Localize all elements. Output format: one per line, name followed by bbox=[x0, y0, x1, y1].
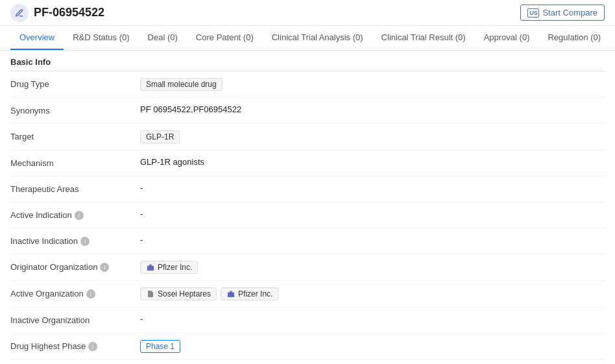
drug-icon bbox=[10, 4, 29, 22]
info-row: TargetGLP-1R bbox=[10, 124, 605, 151]
field-label: Drug Type bbox=[10, 78, 140, 89]
field-label: Target bbox=[10, 130, 140, 141]
field-value: Small molecule drug bbox=[140, 78, 605, 91]
tab-r&d-status[interactable]: R&D Status (0) bbox=[64, 26, 138, 50]
document-icon bbox=[146, 289, 155, 298]
field-value: Sosei HeptaresPfizer Inc. bbox=[140, 287, 605, 300]
field-value: PF 06954522,PF06954522 bbox=[140, 104, 605, 114]
page-header: PF-06954522 US Start Compare bbox=[0, 0, 615, 26]
info-row: MechanismGLP-1R agonists bbox=[10, 151, 605, 176]
field-label: Inactive Organization bbox=[10, 314, 140, 325]
org-tag: Pfizer Inc. bbox=[221, 287, 278, 300]
field-label: Synonyms bbox=[10, 104, 140, 115]
tab-overview[interactable]: Overview bbox=[10, 26, 64, 50]
value-tag: Small molecule drug bbox=[140, 78, 223, 91]
field-label: Drug Highest Phasei bbox=[10, 340, 140, 351]
org-name: Pfizer Inc. bbox=[238, 289, 272, 298]
org-tag: Sosei Heptares bbox=[140, 287, 217, 300]
field-value: - bbox=[140, 314, 605, 324]
drug-id: PF-06954522 bbox=[34, 6, 104, 19]
phase-tag: Phase 1 bbox=[140, 340, 180, 353]
field-label: Active Organizationi bbox=[10, 287, 140, 298]
field-label: Originator Organizationi bbox=[10, 261, 140, 272]
field-label: Therapeutic Areas bbox=[10, 183, 140, 194]
field-value: Phase 1 bbox=[140, 340, 605, 353]
compare-icon: US bbox=[527, 8, 539, 18]
svg-rect-2 bbox=[228, 293, 234, 298]
field-value: GLP-1R bbox=[140, 130, 605, 143]
field-value: - bbox=[140, 183, 605, 193]
org-name: Sosei Heptares bbox=[158, 289, 211, 298]
header-left: PF-06954522 bbox=[10, 4, 104, 22]
field-value: Pfizer Inc. bbox=[140, 261, 605, 274]
tab-regulation[interactable]: Regulation (0) bbox=[538, 26, 610, 50]
field-value: - bbox=[140, 235, 605, 245]
building-icon bbox=[226, 289, 235, 298]
info-icon[interactable]: i bbox=[75, 211, 84, 220]
info-icon[interactable]: i bbox=[88, 342, 97, 351]
info-row: Active OrganizationiSosei HeptaresPfizer… bbox=[10, 281, 605, 308]
info-row: Originator OrganizationiPfizer Inc. bbox=[10, 254, 605, 281]
org-name: Pfizer Inc. bbox=[158, 263, 192, 272]
tab-deal[interactable]: Deal (0) bbox=[139, 26, 187, 50]
info-row: Active Indicationi- bbox=[10, 202, 605, 228]
field-label: Active Indicationi bbox=[10, 209, 140, 220]
info-row: Drug Highest PhaseiPhase 1 bbox=[10, 334, 605, 360]
start-compare-button[interactable]: US Start Compare bbox=[520, 5, 605, 21]
value-tag: GLP-1R bbox=[140, 130, 180, 143]
field-value: GLP-1R agonists bbox=[140, 157, 605, 167]
field-label: Inactive Indicationi bbox=[10, 235, 140, 246]
tab-clinical-trial-analysis[interactable]: Clinical Trial Analysis (0) bbox=[263, 26, 372, 50]
svg-rect-0 bbox=[147, 266, 154, 271]
info-row: SynonymsPF 06954522,PF06954522 bbox=[10, 98, 605, 124]
info-row: Therapeutic Areas- bbox=[10, 176, 605, 202]
section-title: Basic Info bbox=[10, 51, 605, 71]
tab-core-patent[interactable]: Core Patent (0) bbox=[187, 26, 263, 50]
field-value: - bbox=[140, 209, 605, 219]
start-compare-label: Start Compare bbox=[542, 8, 597, 18]
info-icon[interactable]: i bbox=[80, 237, 90, 246]
building-icon bbox=[146, 263, 155, 272]
info-row: Inactive Organization- bbox=[10, 308, 605, 334]
info-row: Drug TypeSmall molecule drug bbox=[10, 71, 605, 98]
info-icon[interactable]: i bbox=[100, 263, 109, 272]
tab-bar: OverviewR&D Status (0)Deal (0)Core Paten… bbox=[0, 26, 615, 51]
info-row: First Approval Date(Global)- bbox=[10, 360, 605, 364]
field-label: Mechanism bbox=[10, 157, 140, 168]
tab-approval[interactable]: Approval (0) bbox=[475, 26, 539, 50]
fields-container: Drug TypeSmall molecule drugSynonymsPF 0… bbox=[10, 71, 605, 364]
info-icon[interactable]: i bbox=[86, 289, 95, 298]
tab-clinical-trial-result[interactable]: Clinical Trial Result (0) bbox=[372, 26, 475, 50]
main-content: Basic Info Drug TypeSmall molecule drugS… bbox=[0, 51, 615, 364]
org-tag: Pfizer Inc. bbox=[140, 261, 198, 274]
info-row: Inactive Indicationi- bbox=[10, 228, 605, 254]
